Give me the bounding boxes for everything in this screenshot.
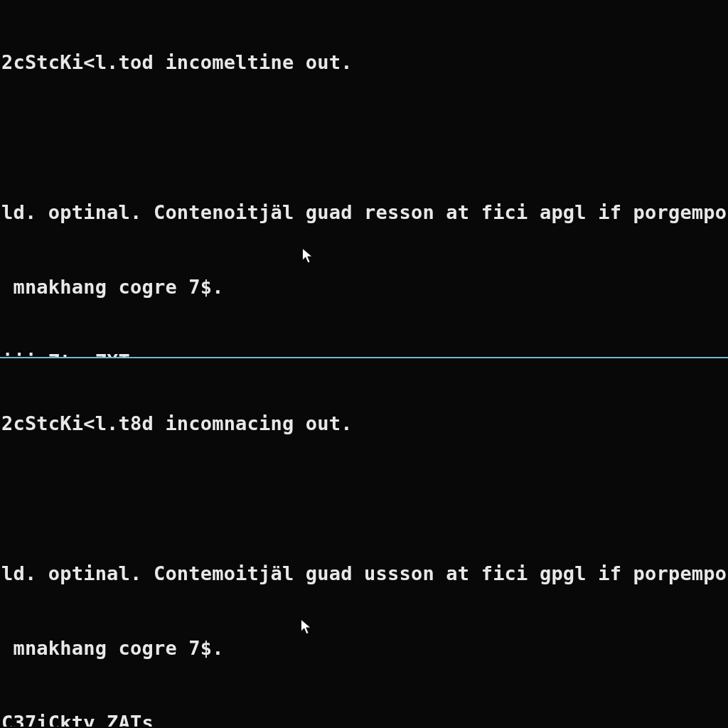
terminal-line <box>1 486 728 510</box>
terminal-line: ld. optinal. Contemoitjäl guad ussson at… <box>1 561 728 586</box>
terminal-pane-bottom[interactable]: 2cStcKi<l.t8d incomnacing out. ld. optin… <box>0 357 728 727</box>
terminal-line: ld. optinal. Contenoitjäl guad resson at… <box>1 200 728 225</box>
terminal-line: iii Zty ZXTs <box>1 349 728 357</box>
terminal-line: C37iCkty ZATs <box>1 710 728 727</box>
terminal-line: 2cStcKi<l.tod incomeltine out. <box>1 50 728 75</box>
terminal-pane-top[interactable]: 2cStcKi<l.tod incomeltine out. ld. optin… <box>0 0 728 357</box>
terminal-line: mnakhang cogre 7$. <box>1 274 728 299</box>
terminal-line <box>1 124 728 149</box>
terminal-line: 2cStcKi<l.t8d incomnacing out. <box>1 411 728 436</box>
terminal-line: mnakhang cogre 7$. <box>1 636 728 660</box>
